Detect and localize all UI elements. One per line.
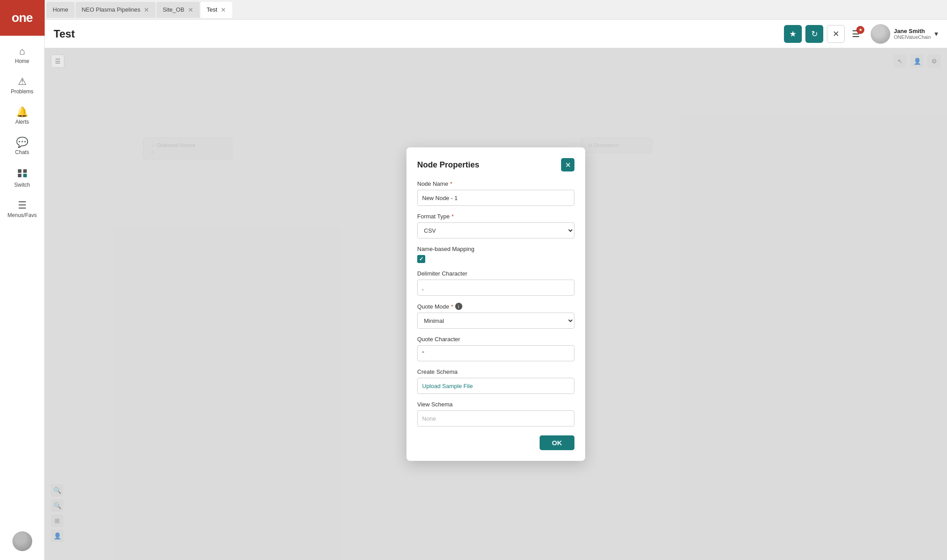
warning-icon: ⚠: [18, 77, 27, 87]
create-schema-group: Create Schema Upload Sample File: [417, 368, 574, 394]
close-tab-button[interactable]: ✕: [827, 25, 845, 43]
quote-mode-select[interactable]: Minimal All Non-Numeric None: [417, 313, 574, 329]
header-bar: Test ★ ↻ ✕ ☰ Jane Smith ONEIValueChain ▾: [45, 20, 947, 48]
app-logo[interactable]: one: [0, 0, 45, 36]
node-name-group: Node Name *: [417, 180, 574, 206]
tab-neo-plasma[interactable]: NEO Plasma Pipelines ✕: [75, 2, 156, 18]
modal-footer: OK: [417, 435, 574, 450]
upload-sample-file-button[interactable]: Upload Sample File: [417, 378, 574, 394]
sidebar-bottom: [7, 526, 38, 556]
sidebar: one ⌂ Home ⚠ Problems 🔔 Alerts 💬 Chats: [0, 0, 45, 560]
app-logo-text: one: [12, 11, 33, 25]
name-based-mapping-group: Name-based Mapping: [417, 246, 574, 263]
svg-rect-3: [23, 174, 27, 177]
format-type-required: *: [452, 213, 454, 220]
quote-character-input[interactable]: [417, 345, 574, 361]
tab-neo-plasma-close[interactable]: ✕: [144, 7, 149, 13]
user-dropdown-icon[interactable]: ▾: [934, 29, 938, 38]
format-type-label: Format Type *: [417, 213, 574, 220]
notification-badge: [856, 26, 864, 34]
tab-site-ob-label: Site_OB: [163, 6, 184, 13]
name-based-mapping-checkbox-wrap: [417, 255, 574, 263]
sidebar-item-menus-favs[interactable]: ☰ Menus/Favs: [0, 194, 44, 225]
favorite-button[interactable]: ★: [784, 25, 802, 43]
modal-title: Node Properties: [417, 160, 479, 170]
quote-mode-required: *: [451, 303, 453, 310]
svg-rect-0: [18, 169, 21, 173]
switch-icon: [17, 168, 28, 180]
delimiter-character-input[interactable]: [417, 280, 574, 296]
sidebar-label-home: Home: [15, 58, 29, 64]
user-org: ONEIValueChain: [894, 34, 931, 40]
view-schema-group: View Schema None: [417, 401, 574, 426]
svg-rect-2: [18, 174, 21, 177]
sidebar-avatar[interactable]: [13, 531, 32, 551]
sidebar-label-alerts: Alerts: [15, 119, 29, 125]
delimiter-character-label: Delimiter Character: [417, 270, 574, 277]
modal-header: Node Properties ✕: [417, 158, 574, 171]
sidebar-item-chats[interactable]: 💬 Chats: [0, 131, 44, 162]
format-type-select[interactable]: CSV JSON XML TSV: [417, 222, 574, 238]
sidebar-item-alerts[interactable]: 🔔 Alerts: [0, 101, 44, 131]
tab-home-label: Home: [53, 6, 68, 13]
sidebar-label-menus-favs: Menus/Favs: [8, 212, 37, 218]
sidebar-label-switch: Switch: [14, 182, 30, 188]
header-actions: ★ ↻ ✕ ☰ Jane Smith ONEIValueChain ▾: [784, 24, 938, 44]
modal-close-button[interactable]: ✕: [561, 158, 574, 171]
quote-character-label: Quote Character: [417, 336, 574, 343]
tab-test[interactable]: Test ✕: [201, 2, 233, 18]
user-info: Jane Smith ONEIValueChain: [894, 28, 931, 40]
sidebar-nav: ⌂ Home ⚠ Problems 🔔 Alerts 💬 Chats: [0, 36, 44, 526]
view-schema-value: None: [417, 410, 574, 426]
quote-mode-group: Quote Mode * i Minimal All Non-Numeric N…: [417, 303, 574, 329]
delimiter-character-group: Delimiter Character: [417, 270, 574, 296]
home-icon: ⌂: [19, 46, 25, 56]
node-name-input[interactable]: [417, 190, 574, 206]
canvas-area[interactable]: ☰ ↖ 👤 ⚙ → Outbound Source ⚠ ⊙ Destinatio…: [45, 48, 947, 560]
menu-icon: ☰: [18, 201, 27, 210]
ok-button[interactable]: OK: [540, 435, 575, 450]
bell-icon: 🔔: [16, 107, 28, 117]
format-type-group: Format Type * CSV JSON XML TSV: [417, 213, 574, 238]
modal-overlay: Node Properties ✕ Node Name * Format Typ…: [45, 48, 947, 560]
name-based-mapping-checkbox[interactable]: [417, 255, 425, 263]
chat-icon: 💬: [16, 138, 28, 147]
user-name: Jane Smith: [894, 28, 931, 34]
tab-neo-plasma-label: NEO Plasma Pipelines: [82, 6, 141, 13]
sidebar-item-home[interactable]: ⌂ Home: [0, 40, 44, 71]
svg-rect-1: [23, 169, 27, 173]
tab-bar: Home NEO Plasma Pipelines ✕ Site_OB ✕ Te…: [45, 0, 947, 20]
sidebar-item-switch[interactable]: Switch: [0, 162, 44, 194]
sidebar-label-chats: Chats: [15, 149, 29, 155]
sidebar-item-problems[interactable]: ⚠ Problems: [0, 71, 44, 101]
user-section: Jane Smith ONEIValueChain ▾: [871, 24, 938, 44]
node-name-label: Node Name *: [417, 180, 574, 187]
sidebar-label-problems: Problems: [11, 88, 34, 95]
user-avatar: [871, 24, 890, 44]
sidebar-avatar-image: [13, 531, 32, 551]
tab-site-ob-close[interactable]: ✕: [188, 7, 193, 13]
main-area: Home NEO Plasma Pipelines ✕ Site_OB ✕ Te…: [45, 0, 947, 560]
view-schema-label: View Schema: [417, 401, 574, 408]
refresh-button[interactable]: ↻: [805, 25, 823, 43]
tab-home[interactable]: Home: [46, 2, 75, 18]
tab-site-ob[interactable]: Site_OB ✕: [156, 2, 199, 18]
tab-test-close[interactable]: ✕: [221, 7, 226, 13]
node-properties-modal: Node Properties ✕ Node Name * Format Typ…: [406, 147, 585, 461]
name-based-mapping-label: Name-based Mapping: [417, 246, 574, 252]
create-schema-label: Create Schema: [417, 368, 574, 375]
quote-mode-label: Quote Mode * i: [417, 303, 574, 310]
page-title: Test: [54, 28, 784, 40]
node-name-required: *: [450, 180, 452, 187]
quote-mode-info-icon[interactable]: i: [455, 303, 462, 310]
quote-character-group: Quote Character: [417, 336, 574, 361]
tab-test-label: Test: [207, 6, 218, 13]
